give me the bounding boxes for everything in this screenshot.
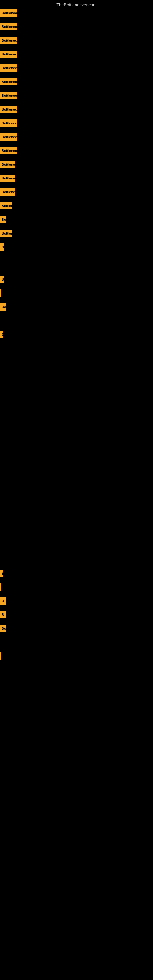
bottleneck-bar-24: B <box>0 597 5 605</box>
bottleneck-bar-20: Bott <box>0 303 6 310</box>
bottleneck-bar-11: Bottleneck re <box>0 161 15 168</box>
bottleneck-bar-12: Bottleneck re <box>0 175 15 182</box>
bottleneck-bar-25: B <box>0 611 5 618</box>
bottleneck-bar-22: E <box>0 570 3 577</box>
bottleneck-line-23 <box>0 584 1 591</box>
bottleneck-bar-15: Bo <box>0 216 6 223</box>
bottleneck-bar-14: Bottlene <box>0 202 12 210</box>
bottleneck-bar-13: Bottleneck re <box>0 188 15 196</box>
bottleneck-bar-17: B <box>0 243 4 251</box>
bottleneck-bar-6: Bottleneck resu <box>0 92 17 99</box>
bottleneck-bar-2: Bottleneck resu <box>0 37 17 44</box>
bottleneck-bar-26: Bo <box>0 625 5 632</box>
bottleneck-bar-21: 8 <box>0 331 3 338</box>
bottleneck-bar-16: Bottlen <box>0 230 12 237</box>
bottleneck-bar-8: Bottleneck resu <box>0 119 17 127</box>
bottleneck-bar-0: Bottleneck resu <box>0 9 17 16</box>
bottleneck-bar-10: Bottleneck rest <box>0 147 17 154</box>
bottleneck-bar-4: Bottleneck resu <box>0 64 17 72</box>
site-title: TheBottlenecker.com <box>0 2 153 7</box>
bottleneck-line-19 <box>0 290 1 297</box>
bottleneck-line-27 <box>0 652 1 660</box>
bottleneck-bar-18: B <box>0 275 4 283</box>
bottleneck-bar-3: Bottleneck resu <box>0 51 17 58</box>
bottleneck-bar-5: Bottleneck resu <box>0 78 17 86</box>
bottleneck-bar-7: Bottleneck resu <box>0 106 17 113</box>
bottleneck-bar-9: Bottleneck resu <box>0 133 17 140</box>
bottleneck-bar-1: Bottleneck resu <box>0 23 17 30</box>
